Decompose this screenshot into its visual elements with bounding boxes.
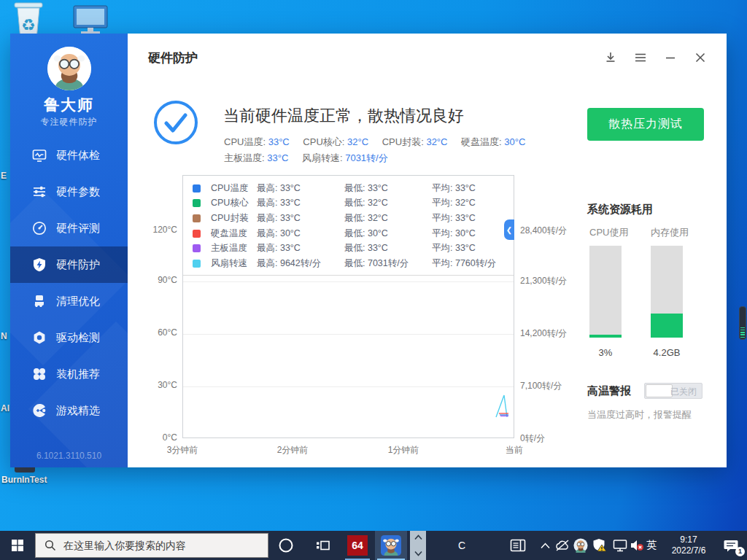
metric-label: CPU核心: — [303, 136, 344, 147]
legend-collapse-tab[interactable]: ❮ — [504, 219, 514, 240]
taskbar-clock[interactable]: 9:17 2022/7/6 — [662, 531, 715, 560]
metric-value: 32°C — [347, 136, 368, 147]
y-axis-right-tick: 7,100转/分 — [520, 380, 583, 392]
task-view-button[interactable] — [308, 531, 337, 560]
y-axis-right-tick: 0转/分 — [520, 432, 583, 445]
sidebar-item-label: 硬件防护 — [56, 258, 100, 272]
alert-description: 当温度过高时，报警提醒 — [587, 408, 692, 421]
legend-row: 硬盘温度 最高: 30°C 最低: 30°C 平均: 30°C — [193, 226, 514, 241]
sidebar-item-hardware-protection[interactable]: 硬件防护 — [10, 246, 128, 283]
search-icon — [44, 540, 56, 551]
y-axis-right-tick: 14,200转/分 — [520, 327, 583, 340]
chevron-down-icon — [414, 551, 422, 556]
y-axis-left-tick: 60°C — [133, 327, 177, 338]
status-headline: 当前硬件温度正常，散热情况良好 — [223, 105, 464, 127]
taskbar-overflow-letter: C — [451, 531, 473, 560]
taskbar-search[interactable] — [35, 533, 268, 558]
taskbar: 64 C — [0, 531, 747, 560]
metric-value: 33°C — [267, 152, 288, 163]
shield-bolt-icon — [32, 257, 47, 272]
task-view-icon — [316, 539, 330, 552]
legend-row: 风扇转速 最高: 9642转/分 最低: 7031转/分 平均: 7760转/分 — [193, 256, 514, 271]
aida64-icon: 64 — [347, 535, 368, 556]
taskbar-scroll-spinner[interactable] — [410, 531, 426, 560]
sidebar-item-game-picks[interactable]: 游戏精选 — [10, 392, 128, 429]
sidebar-item-label: 驱动检测 — [56, 331, 100, 345]
ludashi-tray-button[interactable] — [570, 531, 591, 560]
chevron-up-icon — [414, 534, 422, 540]
legend-row: CPU核心 最高: 33°C 最低: 32°C 平均: 32°C — [193, 196, 514, 211]
ime-indicator[interactable]: 英 — [642, 531, 661, 560]
windows-logo-icon — [12, 540, 23, 551]
ludashi-taskbar-button[interactable] — [375, 531, 407, 560]
sidebar-item-label: 硬件体检 — [56, 149, 100, 163]
brush-icon — [32, 294, 47, 308]
aida64-taskbar-button[interactable]: 64 — [343, 531, 372, 560]
stress-test-button[interactable]: 散热压力测试 — [587, 108, 704, 141]
toggle-state-label: 已关闭 — [670, 386, 697, 398]
cpu-usage-label: CPU使用 — [589, 226, 628, 239]
cpu-usage-value: 3% — [589, 347, 622, 358]
chart-current-data-spike — [493, 392, 512, 419]
sidebar-item-cleanup[interactable]: 清理优化 — [10, 283, 128, 319]
metric-value: 33°C — [268, 136, 290, 147]
series-swatch — [193, 260, 201, 268]
tray-expand-button[interactable] — [535, 531, 554, 560]
sidebar-item-hardware-benchmark[interactable]: 硬件评测 — [10, 210, 128, 246]
high-temp-alert-toggle[interactable]: 已关闭 — [644, 383, 703, 399]
download-icon[interactable] — [604, 51, 617, 64]
close-icon[interactable] — [694, 51, 707, 64]
legend-row: 主板温度 最高: 33°C 最低: 33°C 平均: 33°C — [193, 241, 514, 256]
resources-title: 系统资源耗用 — [587, 203, 653, 217]
cloud-offline-icon — [555, 540, 570, 551]
sidebar-item-build-recommend[interactable]: 装机推荐 — [10, 356, 128, 392]
sidebar-item-hardware-check[interactable]: 硬件体检 — [10, 137, 128, 174]
desktop-label-burnintest[interactable]: BurnInTest — [1, 475, 47, 485]
metric-value: 30°C — [504, 136, 525, 147]
status-metrics-line1: CPU温度: 33°C CPU核心: 32°C CPU封装: 32°C 硬盘温度… — [224, 136, 536, 149]
series-name: 硬盘温度 — [211, 228, 257, 240]
nut-icon — [32, 330, 47, 345]
desktop-label-partial-e: E — [1, 171, 7, 181]
ludashi-app-icon — [381, 535, 401, 556]
y-axis-left-tick: 30°C — [133, 380, 177, 390]
chevron-up-icon — [541, 542, 550, 549]
y-axis-right-tick: 21,300转/分 — [520, 275, 583, 287]
metric-label: 硬盘温度: — [461, 136, 502, 147]
menu-icon[interactable] — [634, 51, 647, 64]
cortana-button[interactable] — [270, 531, 302, 560]
sidebar-item-label: 硬件评测 — [56, 222, 100, 236]
onedrive-tray-button[interactable] — [553, 531, 572, 560]
news-interest-button[interactable] — [505, 531, 531, 560]
gadget-activity-bars — [740, 327, 745, 338]
metric-label: CPU温度: — [224, 136, 266, 147]
series-swatch — [193, 184, 201, 192]
sidebar-item-hardware-params[interactable]: 硬件参数 — [10, 174, 128, 210]
x-axis-tick: 2分钟前 — [263, 444, 322, 456]
security-tray-button[interactable] — [589, 531, 610, 560]
series-name: CPU温度 — [211, 182, 257, 195]
metric-value: 32°C — [426, 136, 447, 147]
status-metrics-line2: 主板温度: 33°C 风扇转速: 7031转/分 — [224, 152, 399, 165]
chart-legend: CPU温度 最高: 33°C 最低: 33°C 平均: 33°C CPU核心 最… — [183, 176, 514, 276]
desktop-monitor-gadget — [739, 306, 746, 340]
legend-row: CPU温度 最高: 33°C 最低: 33°C 平均: 33°C — [193, 181, 514, 196]
series-name: 风扇转速 — [211, 257, 257, 270]
metric-label: 风扇转速: — [302, 152, 343, 163]
series-name: 主板温度 — [211, 242, 257, 254]
minimize-icon[interactable] — [664, 51, 677, 64]
y-axis-left-tick: 120°C — [133, 225, 177, 235]
sidebar-item-label: 游戏精选 — [56, 404, 100, 418]
search-input[interactable] — [63, 540, 246, 551]
start-button[interactable] — [0, 531, 35, 560]
memory-usage-value: 4.2GB — [651, 347, 683, 358]
sidebar-item-label: 装机推荐 — [56, 368, 100, 381]
notification-center-button[interactable]: 1 — [715, 531, 747, 560]
sidebar-item-driver-check[interactable]: 驱动检测 — [10, 319, 128, 356]
app-version: 6.1021.3110.510 — [10, 451, 128, 461]
series-swatch — [193, 244, 201, 252]
x-axis-tick: 当前 — [485, 444, 543, 456]
series-swatch — [193, 199, 201, 207]
gauge-icon — [32, 221, 47, 236]
cpu-usage-fill — [589, 335, 622, 338]
